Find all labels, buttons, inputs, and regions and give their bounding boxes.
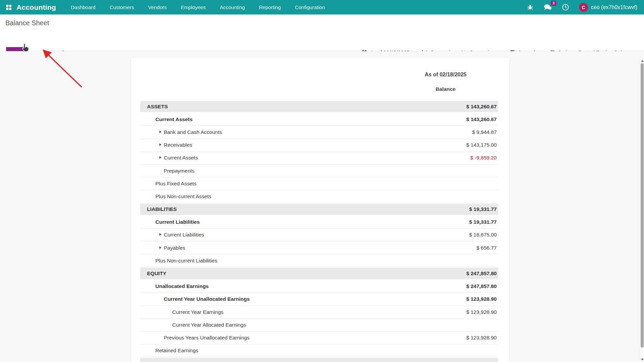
expand-caret-icon[interactable] xyxy=(159,143,161,146)
scroll-down-arrow-icon[interactable] xyxy=(641,359,644,361)
row-balance-value: $ 247,857.80 xyxy=(466,270,498,277)
table-row: Plus Non-current Assets xyxy=(140,190,498,203)
table-row[interactable]: Current Assets$ -9,859.20 xyxy=(140,152,498,165)
row-balance-value: $ 19,331.77 xyxy=(469,219,498,225)
row-balance-value: $ 123,928.90 xyxy=(466,309,498,315)
table-row: Unallocated Earnings$ 247,857.80 xyxy=(140,280,498,293)
menu-item-vendors[interactable]: Vendors xyxy=(148,4,166,10)
menu-item-configuration[interactable]: Configuration xyxy=(295,4,325,10)
row-balance-value: $ 143,260.67 xyxy=(466,116,498,122)
balance-sheet-card: As of 02/18/2025 Balance ASSETS$ 143,260… xyxy=(131,58,509,362)
expand-caret-icon[interactable] xyxy=(159,131,161,133)
section-row: LIABILITIES$ 19,331.77 xyxy=(140,203,498,216)
table-row: Prepayments xyxy=(140,165,498,177)
activity-clock-icon[interactable] xyxy=(562,4,569,11)
table-row: Current Year Earnings$ 123,928.90 xyxy=(140,306,498,319)
scrollbar-thumb[interactable] xyxy=(641,63,644,348)
table-row[interactable]: Bank and Cash Accounts$ 9,944.87 xyxy=(140,126,498,139)
apps-grid-icon[interactable] xyxy=(6,5,11,10)
table-row: Plus Fixed Assets xyxy=(140,177,498,190)
app-name[interactable]: Accounting xyxy=(16,3,56,11)
section-row: ASSETS$ 143,260.67 xyxy=(140,100,498,113)
section-row: EQUITY$ 247,857.80 xyxy=(140,267,498,280)
row-balance-value: $ 656.77 xyxy=(477,245,498,251)
table-row: Current Year Allocated Earnings xyxy=(140,319,498,331)
topbar-right: 3 C ceo (ex7h0x1fcwvf) xyxy=(527,3,637,12)
row-balance-value: $ 9,944.87 xyxy=(472,129,498,135)
topbar-menu: DashboardCustomersVendorsEmployeesAccoun… xyxy=(71,4,325,10)
table-row[interactable]: Current Liabilities$ 18,675.00 xyxy=(140,229,498,242)
row-balance-value: $ 247,857.80 xyxy=(466,283,498,289)
section-row xyxy=(140,357,498,362)
column-header-balance: Balance xyxy=(393,86,498,92)
menu-item-employees[interactable]: Employees xyxy=(181,4,205,10)
topbar: Accounting DashboardCustomersVendorsEmpl… xyxy=(0,0,644,14)
username: ceo (ex7h0x1fcwvf) xyxy=(591,4,637,10)
user-menu[interactable]: C ceo (ex7h0x1fcwvf) xyxy=(579,3,637,12)
expand-caret-icon[interactable] xyxy=(159,156,161,159)
table-row: Plus Non-current Liabilities xyxy=(140,254,498,267)
menu-item-customers[interactable]: Customers xyxy=(110,4,134,10)
column-header-date: As of 02/18/2025 xyxy=(393,72,498,78)
menu-item-dashboard[interactable]: Dashboard xyxy=(71,4,96,10)
menu-item-reporting[interactable]: Reporting xyxy=(259,4,281,10)
row-balance-value: $ 143,260.67 xyxy=(466,104,498,110)
vertical-scrollbar[interactable] xyxy=(640,58,644,362)
table-row: Current Year Unallocated Earnings$ 123,9… xyxy=(140,293,498,306)
bug-icon[interactable] xyxy=(527,4,533,10)
table-row[interactable]: Payables$ 656.77 xyxy=(140,242,498,254)
table-row[interactable]: Receivables$ 143,175.00 xyxy=(140,139,498,152)
menu-item-accounting[interactable]: Accounting xyxy=(220,4,245,10)
table-row: Retained Earnings xyxy=(140,345,498,357)
row-balance-value: $ 19,331.77 xyxy=(469,206,498,212)
row-balance-value: $ 123,928.90 xyxy=(466,296,498,302)
row-balance-value: $ 18,675.00 xyxy=(469,232,498,238)
balance-table-body: ASSETS$ 143,260.67Current Assets$ 143,26… xyxy=(140,100,498,362)
table-row: Current Assets$ 143,260.67 xyxy=(140,113,498,126)
expand-caret-icon[interactable] xyxy=(159,246,161,249)
scroll-up-arrow-icon[interactable] xyxy=(641,60,644,62)
row-balance-value: $ 123,928.90 xyxy=(466,335,498,341)
control-panel: Balance Sheet PDF XLSX ? As of 02/18/202… xyxy=(0,14,644,51)
table-row: Current Liabilities$ 19,331.77 xyxy=(140,216,498,229)
row-balance-value: $ -9,859.20 xyxy=(470,155,498,161)
message-count-badge: 3 xyxy=(551,1,556,6)
expand-caret-icon[interactable] xyxy=(159,233,161,236)
page-title: Balance Sheet xyxy=(5,19,49,27)
row-balance-value: $ 143,175.00 xyxy=(466,142,498,148)
avatar: C xyxy=(579,3,588,12)
messages-icon[interactable]: 3 xyxy=(543,4,552,11)
table-row: Previous Years Unallocated Earnings$ 123… xyxy=(140,331,498,344)
